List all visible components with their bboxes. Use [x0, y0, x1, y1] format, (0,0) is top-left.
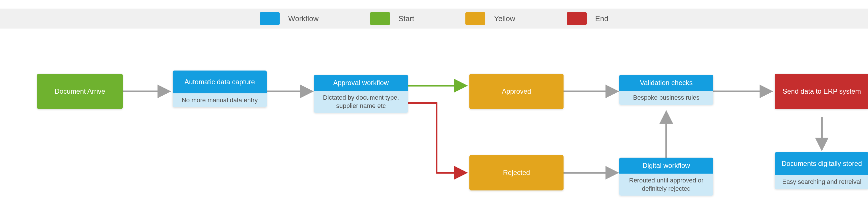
node-validation-checks: Validation checks Bespoke business rules [619, 75, 713, 105]
node-title-approval: Approval workflow [314, 75, 408, 91]
legend-label-start: Start [399, 14, 414, 23]
node-sub-stored: Easy searching and retreival [775, 175, 868, 189]
legend-label-yellow: Yellow [494, 14, 515, 23]
node-title-rejected: Rejected [469, 155, 563, 190]
legend-swatch-workflow [260, 12, 280, 25]
node-approval-workflow: Approval workflow Dictated by document t… [314, 75, 408, 113]
node-sub-validation: Bespoke business rules [619, 91, 713, 105]
node-title-digital: Digital workflow [619, 158, 713, 174]
node-sub-digital: Rerouted until approved or definitely re… [619, 174, 713, 196]
node-rejected: Rejected [469, 155, 563, 190]
node-title-approved: Approved [469, 74, 563, 109]
node-title-document-arrive: Document Arrive [37, 74, 123, 109]
node-document-arrive: Document Arrive [37, 74, 123, 109]
arrows-layer [0, 0, 868, 219]
node-sub-capture: No more manual data entry [173, 93, 267, 107]
legend-bar: Workflow Start Yellow End [0, 8, 868, 29]
legend-item-yellow: Yellow [465, 12, 515, 25]
legend-swatch-start [370, 12, 390, 25]
node-title-capture: Automatic data capture [173, 70, 267, 93]
legend-swatch-end [567, 12, 587, 25]
legend-label-workflow: Workflow [288, 14, 318, 23]
legend-swatch-yellow [465, 12, 485, 25]
legend-item-end: End [567, 12, 608, 25]
node-documents-stored: Documents digitally stored Easy searchin… [775, 152, 868, 189]
legend-item-start: Start [370, 12, 414, 25]
node-digital-workflow: Digital workflow Rerouted until approved… [619, 158, 713, 196]
node-sub-approval: Dictated by document type, supplier name… [314, 91, 408, 113]
node-title-validation: Validation checks [619, 75, 713, 91]
node-automatic-data-capture: Automatic data capture No more manual da… [173, 70, 267, 107]
node-title-send: Send data to ERP system [775, 74, 868, 109]
node-approved: Approved [469, 74, 563, 109]
legend-label-end: End [595, 14, 608, 23]
node-send-to-erp: Send data to ERP system [775, 74, 868, 109]
node-title-stored: Documents digitally stored [775, 152, 868, 175]
legend-item-workflow: Workflow [260, 12, 318, 25]
edge-approval-rejected [408, 103, 465, 173]
